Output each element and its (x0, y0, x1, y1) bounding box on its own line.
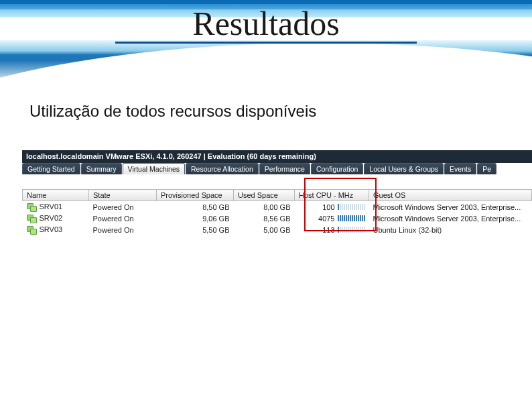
tab-pe[interactable]: Pe (477, 163, 496, 174)
col-name[interactable]: Name (23, 190, 89, 201)
vm-guest: Microsoft Windows Server 2003, Enterpris… (369, 201, 532, 213)
tab-getting-started[interactable]: Getting Started (22, 163, 80, 174)
col-state[interactable]: State (89, 190, 157, 201)
vm-provisioned: 9,06 GB (157, 213, 234, 224)
vm-table: Name State Provisioned Space Used Space … (22, 189, 532, 235)
tab-performance[interactable]: Performance (259, 163, 310, 174)
vm-name: SRV03 (40, 225, 63, 233)
vsphere-panel: localhost.localdomain VMware ESXi, 4.1.0… (22, 150, 532, 235)
vm-used: 8,00 GB (234, 201, 295, 213)
vm-icon (27, 203, 36, 211)
vm-state: Powered On (89, 213, 157, 224)
tab-bar: Getting StartedSummaryVirtual MachinesRe… (22, 163, 532, 174)
vm-name: SRV01 (40, 203, 63, 211)
vm-guest: Ubuntu Linux (32-bit) (369, 224, 532, 235)
slide-title: Resultados (115, 5, 417, 44)
vm-name: SRV02 (40, 214, 63, 222)
vm-cpu-value: 100 (322, 203, 334, 211)
vm-provisioned: 5,50 GB (157, 224, 234, 235)
tab-resource-allocation[interactable]: Resource Allocation (186, 163, 259, 174)
vm-state: Powered On (89, 224, 157, 235)
tab-configuration[interactable]: Configuration (311, 163, 363, 174)
col-host-cpu[interactable]: Host CPU - MHz (295, 190, 369, 201)
col-provisioned[interactable]: Provisioned Space (157, 190, 234, 201)
tab-events[interactable]: Events (444, 163, 476, 174)
vm-state: Powered On (89, 201, 157, 213)
vm-icon (27, 226, 36, 234)
table-row[interactable]: SRV03Powered On5,50 GB5,00 GB113Ubuntu L… (23, 224, 532, 235)
table-row[interactable]: SRV02Powered On9,06 GB8,56 GB4075Microso… (23, 213, 532, 224)
vm-icon (27, 215, 36, 223)
vm-guest: Microsoft Windows Server 2003, Enterpris… (369, 213, 532, 224)
vm-used: 8,56 GB (234, 213, 295, 224)
vm-cpu-bar (338, 204, 365, 210)
vm-cpu-bar (338, 227, 365, 233)
vm-cpu-bar (338, 215, 365, 221)
table-row[interactable]: SRV01Powered On8,50 GB8,00 GB100Microsof… (23, 201, 532, 213)
vm-cpu-value: 113 (322, 226, 334, 234)
vm-cpu-value: 4075 (318, 215, 334, 223)
tab-summary[interactable]: Summary (81, 163, 122, 174)
col-guest[interactable]: Guest OS (369, 190, 532, 201)
vm-provisioned: 8,50 GB (157, 201, 234, 213)
vm-used: 5,00 GB (234, 224, 295, 235)
slide-subtitle: Utilização de todos recursos disponíveis (29, 102, 316, 121)
tab-virtual-machines[interactable]: Virtual Machines (123, 163, 185, 174)
col-used[interactable]: Used Space (234, 190, 295, 201)
tab-local-users-groups[interactable]: Local Users & Groups (364, 163, 444, 174)
host-status-bar: localhost.localdomain VMware ESXi, 4.1.0… (22, 150, 532, 163)
